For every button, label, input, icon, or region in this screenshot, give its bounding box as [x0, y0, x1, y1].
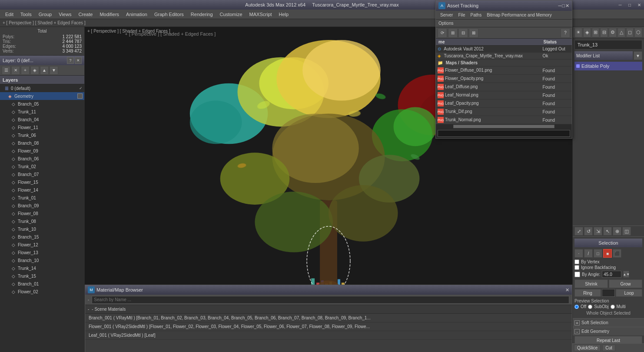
asset-search-input[interactable] — [438, 130, 570, 137]
list-item[interactable]: ◇Trunk_08 — [0, 217, 84, 225]
table-row[interactable]: PNGLeaf_Diffuse.png Found — [436, 83, 572, 91]
by-angle-input[interactable] — [602, 271, 621, 278]
list-item[interactable]: ◇Trunk_11 — [0, 108, 84, 116]
menu-group[interactable]: Group — [35, 11, 56, 18]
snap-tool[interactable]: ⊕ — [613, 227, 621, 236]
list-item[interactable]: ◇Branch_10 — [0, 256, 84, 264]
asset-win-controls[interactable]: ─ □ ✕ — [558, 3, 569, 9]
layer-help-button[interactable]: ? — [67, 57, 74, 64]
list-item[interactable]: ◇Branch_15 — [0, 233, 84, 241]
asset-close-btn[interactable]: ✕ — [565, 3, 569, 9]
menu-graph-editors[interactable]: Graph Editors — [151, 11, 187, 18]
table-row[interactable]: PNGLeaf_Normal.png Found — [436, 91, 572, 100]
menu-maxscript[interactable]: MAXScript — [246, 11, 276, 18]
select-tool[interactable]: ↖ — [603, 227, 612, 236]
scale-tool[interactable]: ⇲ — [594, 227, 602, 236]
layer-tool-add[interactable]: + — [21, 66, 30, 75]
list-item[interactable]: ◇Trunk_01 — [0, 194, 84, 202]
menu-rendering[interactable]: Rendering — [187, 11, 216, 18]
list-item[interactable]: ◇Branch_08 — [0, 139, 84, 147]
layer-tool-up[interactable]: ▲ — [40, 66, 49, 75]
layer-window-controls[interactable]: ? ✕ — [67, 57, 82, 64]
close-button[interactable]: ✕ — [634, 0, 644, 10]
asset-tool-2[interactable]: ⊞ — [448, 28, 458, 38]
asset-scrollbar[interactable] — [436, 124, 572, 129]
asset-table-container[interactable]: me Status ⊙ Autodesk Vault 2012 Logged O… — [436, 39, 572, 124]
mat-entry-leaf[interactable]: Leaf_001 ( VRay2SidedMtl ) [Leaf] — [85, 331, 572, 340]
window-controls[interactable]: ─ □ ✕ — [615, 0, 644, 10]
menu-modifiers[interactable]: Modifiers — [96, 11, 123, 18]
menu-edit[interactable]: Edit — [2, 11, 17, 18]
list-item[interactable]: ◇Trunk_15 — [0, 272, 84, 280]
maximize-button[interactable]: □ — [625, 0, 634, 10]
table-row[interactable]: PNGLeaf_Opacity.png Found — [436, 100, 572, 108]
list-item[interactable]: ◇Flower_15 — [0, 178, 84, 186]
rt-btn-2[interactable]: ◈ — [583, 28, 591, 37]
asset-menu-paths[interactable]: Paths — [468, 12, 485, 18]
list-item[interactable]: ◇Flower_02 — [0, 288, 84, 296]
asset-maximize-btn[interactable]: □ — [562, 3, 565, 9]
rt-btn-1[interactable]: ☀ — [574, 28, 582, 37]
menu-tools[interactable]: Tools — [17, 11, 35, 18]
rotate-tool[interactable]: ↺ — [584, 227, 593, 236]
rt-btn-4[interactable]: ⊟ — [600, 28, 608, 37]
layer-item-default[interactable]: ☰ 0 (default) ✓ — [0, 84, 84, 92]
sel-border-btn[interactable]: □ — [594, 249, 602, 258]
sel-polygon-btn[interactable]: ■ — [603, 249, 612, 258]
modifier-list-dropdown[interactable]: ▼ — [634, 51, 642, 60]
asset-tool-4[interactable]: ⊠ — [469, 28, 478, 38]
layer-tool-delete[interactable]: ✕ — [11, 66, 20, 75]
menu-create[interactable]: Create — [75, 11, 96, 18]
list-item[interactable]: ◇Branch_04 — [0, 116, 84, 123]
list-item[interactable]: ◇Flower_08 — [0, 209, 84, 217]
list-item[interactable]: ◇Flower_14 — [0, 186, 84, 194]
mat-entry-flower[interactable]: Flower_001 ( VRay2SidedMtl ) [Flower_01,… — [85, 322, 572, 331]
rt-btn-7[interactable]: ◻ — [626, 28, 634, 37]
list-item[interactable]: ◇Flower_11 — [0, 123, 84, 131]
ignore-backfacing-checkbox[interactable] — [574, 265, 579, 270]
asset-menu-server[interactable]: Server — [438, 12, 455, 18]
rt-btn-6[interactable]: △ — [617, 28, 625, 37]
table-row[interactable]: PNGFlower_Diffuse_001.png Found — [436, 66, 572, 75]
mat-section-minus-icon[interactable]: - — [88, 307, 89, 312]
soft-selection-collapse[interactable]: + Soft Selection — [573, 318, 644, 327]
table-row[interactable]: ◈ Tuscarora_Crape_Myrtle_Tree_vray.max O… — [436, 53, 572, 60]
preview-subobj-radio[interactable] — [588, 305, 592, 309]
list-item[interactable]: ◇Trunk_10 — [0, 225, 84, 233]
mirror-tool[interactable]: ◫ — [622, 227, 631, 236]
modifier-editable-poly[interactable]: Editable Poly — [574, 62, 642, 70]
quickslice-button[interactable]: QuickSlice — [574, 345, 601, 351]
move-tool[interactable]: ⤢ — [574, 227, 583, 236]
layer-item-geometry[interactable]: ◈ Geometry — [0, 92, 84, 100]
list-item[interactable]: ◇Flower_12 — [0, 241, 84, 249]
menu-customize[interactable]: Customize — [216, 11, 246, 18]
rt-btn-5[interactable]: ⚙ — [609, 28, 617, 37]
mat-win-controls[interactable]: ✕ — [565, 287, 569, 293]
menu-animation[interactable]: Animation — [123, 11, 151, 18]
ring-button[interactable]: Ring — [574, 289, 601, 297]
angle-spinner[interactable]: ▲▼ — [623, 271, 629, 278]
table-row[interactable]: ⊙ Autodesk Vault 2012 Logged Out — [436, 46, 572, 53]
mat-entry-branch[interactable]: Branch_001 ( VRayMtl ) [Branch_01, Branc… — [85, 314, 572, 322]
menu-help[interactable]: Help — [276, 11, 292, 18]
layer-tool-select[interactable]: ◈ — [30, 66, 39, 75]
list-item[interactable]: ◇Trunk_02 — [0, 163, 84, 170]
table-row[interactable]: 📁 Maps / Shaders — [436, 60, 572, 66]
layer-close-button[interactable]: ✕ — [75, 57, 82, 64]
mat-search-input[interactable] — [92, 296, 569, 304]
loop-button[interactable]: Loop — [616, 289, 642, 297]
cut-button[interactable]: Cut — [602, 345, 615, 351]
mat-close-btn[interactable]: ✕ — [565, 287, 569, 293]
list-item[interactable]: ◇Trunk_14 — [0, 264, 84, 272]
list-item[interactable]: ◇Branch_01 — [0, 280, 84, 288]
asset-tool-1[interactable]: ⟳ — [438, 28, 447, 38]
menu-views[interactable]: Views — [55, 11, 75, 18]
by-angle-checkbox[interactable] — [574, 272, 580, 277]
list-item[interactable]: ◇Branch_06 — [0, 155, 84, 163]
shrink-button[interactable]: Shrink — [574, 279, 608, 288]
grow-button[interactable]: Grow — [609, 279, 642, 288]
rt-btn-8[interactable]: ⬡ — [634, 28, 642, 37]
asset-menu-file[interactable]: File — [455, 12, 468, 18]
edit-geometry-collapse[interactable]: - Edit Geometry — [573, 327, 644, 335]
layer-tool-layers[interactable]: ☰ — [2, 66, 10, 75]
